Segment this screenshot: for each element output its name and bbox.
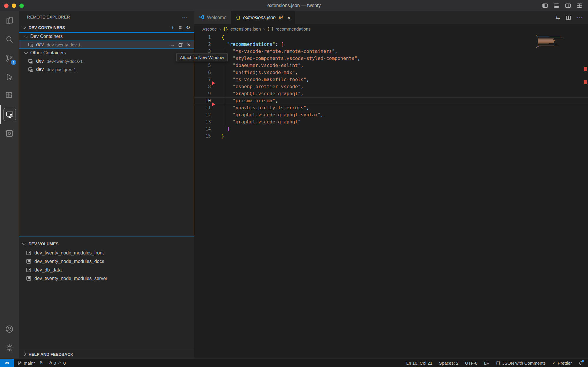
minimap-line xyxy=(538,37,561,37)
more-actions-icon[interactable]: ⋯ xyxy=(182,14,188,20)
sidebar-header: REMOTE EXPLORER ⋯ xyxy=(19,11,194,23)
code-line[interactable]: 2 "recommendations": [ xyxy=(194,41,588,48)
notifications-bell-icon[interactable] xyxy=(578,361,583,366)
toggle-panel-icon[interactable] xyxy=(553,2,560,9)
more-actions-icon[interactable]: ⋯ xyxy=(577,14,583,21)
dev-volumes-section-header[interactable]: DEV VOLUMES xyxy=(19,239,194,249)
volume-label: dev_db_data xyxy=(34,267,62,273)
warning-count: 0 xyxy=(63,361,66,366)
cursor-position[interactable]: Ln 10, Col 21 xyxy=(406,361,432,366)
chevron-right-icon xyxy=(22,352,26,356)
code-line[interactable]: 11 "yoavbls.pretty-ts-errors", xyxy=(194,104,588,111)
code-line[interactable]: 15} xyxy=(194,133,588,140)
line-number: 7 xyxy=(194,76,211,83)
settings-gear-icon[interactable] xyxy=(0,338,19,357)
source-control-icon[interactable]: 1 xyxy=(0,49,19,68)
status-bar: >< main* ↻ ⊘0 ⚠0 Ln 10, Col 21 Spaces: 2… xyxy=(0,358,588,367)
source-control-badge: 1 xyxy=(11,60,16,65)
remote-explorer-icon[interactable] xyxy=(0,105,19,124)
line-content: "unifiedjs.vscode-mdx", xyxy=(211,69,298,76)
dev-container-icon xyxy=(28,58,34,64)
container-description: dev-twenty-docs-1 xyxy=(47,59,83,64)
language-mode[interactable]: {} JSON with Comments xyxy=(496,361,546,366)
code-line[interactable]: 4 "styled-components.vscode-styled-compo… xyxy=(194,55,588,62)
volume-icon xyxy=(26,250,31,256)
volume-item[interactable]: dev_twenty_node_modules_server xyxy=(19,274,194,283)
toggle-secondary-sidebar-icon[interactable] xyxy=(565,2,571,9)
code-line[interactable]: 6 "unifiedjs.vscode-mdx", xyxy=(194,69,588,76)
container-item-dev-twenty-docs-1[interactable]: dev dev-twenty-docs-1 xyxy=(19,57,194,65)
attach-new-window-button[interactable] xyxy=(178,42,183,47)
tab-extensions-json[interactable]: {} extensions.json M × xyxy=(231,11,295,24)
open-changes-icon[interactable]: ⇆ xyxy=(556,15,560,21)
problems-item[interactable]: ⊘0 ⚠0 xyxy=(49,360,66,366)
line-content: ] xyxy=(211,125,230,133)
volume-label: dev_twenty_node_modules_front xyxy=(34,250,104,256)
container-item-dev-postgres-1[interactable]: dev dev-postgres-1 xyxy=(19,65,194,73)
container-item-dev-twenty-dev-1[interactable]: dev dev-twenty-dev-1 → × xyxy=(19,41,194,49)
tree-group-other-containers[interactable]: Other Containers xyxy=(19,49,194,57)
breadcrumb-folder[interactable]: .vscode xyxy=(202,26,217,31)
code-line[interactable]: 5 "dbaeumer.vscode-eslint", xyxy=(194,62,588,69)
line-content: "graphql.vscode-graphql-syntax", xyxy=(211,111,323,118)
code-line[interactable]: 9 "GraphQL.vscode-graphql", xyxy=(194,90,588,97)
explorer-icon[interactable] xyxy=(0,11,19,30)
code-line[interactable]: 13 "graphql.vscode-graphql" xyxy=(194,118,588,125)
tab-welcome[interactable]: Welcome xyxy=(194,11,231,24)
dev-container-icon xyxy=(28,42,34,48)
add-container-button[interactable]: + xyxy=(171,25,174,31)
run-debug-icon[interactable] xyxy=(0,68,19,86)
filter-icon[interactable]: ≡ xyxy=(178,25,182,30)
code-line[interactable]: 7 "ms-vscode.makefile-tools", xyxy=(194,76,588,83)
eol-setting[interactable]: LF xyxy=(484,361,489,366)
attach-shell-button[interactable]: → xyxy=(170,42,175,47)
line-content: } xyxy=(211,133,224,140)
formatter-status[interactable]: ✓ Prettier xyxy=(552,360,572,366)
help-and-feedback-section-header[interactable]: HELP AND FEEDBACK xyxy=(19,350,194,358)
split-editor-icon[interactable] xyxy=(566,15,571,21)
tree-group-dev-containers[interactable]: Dev Containers xyxy=(19,32,194,41)
dev-containers-section-header[interactable]: DEV CONTAINERS + ≡ ↻ xyxy=(19,23,194,32)
code-line[interactable]: 8 "esbenp.prettier-vscode", xyxy=(194,83,588,90)
stop-container-button[interactable]: × xyxy=(187,42,191,48)
titlebar: extensions.json — twenty xyxy=(0,0,588,11)
remote-indicator[interactable]: >< xyxy=(0,359,14,367)
breadcrumb-file[interactable]: extensions.json xyxy=(230,26,261,31)
code-line[interactable]: 10 "prisma.prisma", xyxy=(194,97,588,104)
git-branch-item[interactable]: main* xyxy=(17,361,35,366)
refresh-button[interactable]: ↻ xyxy=(186,25,190,30)
minimap[interactable] xyxy=(536,35,583,48)
sync-changes-icon[interactable]: ↻ xyxy=(40,360,44,366)
volume-label: dev_twenty_node_modules_server xyxy=(34,276,107,281)
accounts-icon[interactable] xyxy=(0,320,19,338)
indentation-setting[interactable]: Spaces: 2 xyxy=(439,361,459,366)
volume-item[interactable]: dev_db_data xyxy=(19,266,194,274)
volume-item[interactable]: dev_twenty_node_modules_front xyxy=(19,249,194,257)
code-line[interactable]: 14 ] xyxy=(194,125,588,133)
encoding-setting[interactable]: UTF-8 xyxy=(465,361,478,366)
volume-item[interactable]: dev_twenty_node_modules_docs xyxy=(19,257,194,266)
close-window-button[interactable] xyxy=(4,4,9,8)
containers-icon[interactable] xyxy=(0,124,19,143)
array-symbol-icon: [ ] xyxy=(267,27,273,31)
customize-layout-icon[interactable] xyxy=(576,2,583,9)
search-icon[interactable] xyxy=(0,30,19,49)
dev-containers-section-label: DEV CONTAINERS xyxy=(29,25,65,30)
code-line[interactable]: 12 "graphql.vscode-graphql-syntax", xyxy=(194,111,588,118)
minimize-window-button[interactable] xyxy=(12,4,16,8)
line-content: "styled-components.vscode-styled-compone… xyxy=(211,55,360,62)
code-line[interactable]: 1{ xyxy=(194,34,588,41)
breadcrumb-symbol[interactable]: recommendations xyxy=(275,26,310,31)
json-file-icon: {} xyxy=(223,27,228,31)
zoom-window-button[interactable] xyxy=(19,4,24,8)
code-line[interactable]: 3 "ms-vscode-remote.remote-containers", xyxy=(194,48,588,55)
line-content: "ms-vscode.makefile-tools", xyxy=(211,76,309,83)
code-editor[interactable]: 1{2 "recommendations": [3 "ms-vscode-rem… xyxy=(194,34,588,358)
toggle-primary-sidebar-icon[interactable] xyxy=(542,2,548,9)
breadcrumb-separator: › xyxy=(219,26,221,32)
minimap-line xyxy=(538,43,549,43)
close-tab-icon[interactable]: × xyxy=(287,15,290,21)
line-number: 6 xyxy=(194,69,211,76)
line-number: 12 xyxy=(194,111,211,118)
extensions-icon[interactable] xyxy=(0,86,19,105)
